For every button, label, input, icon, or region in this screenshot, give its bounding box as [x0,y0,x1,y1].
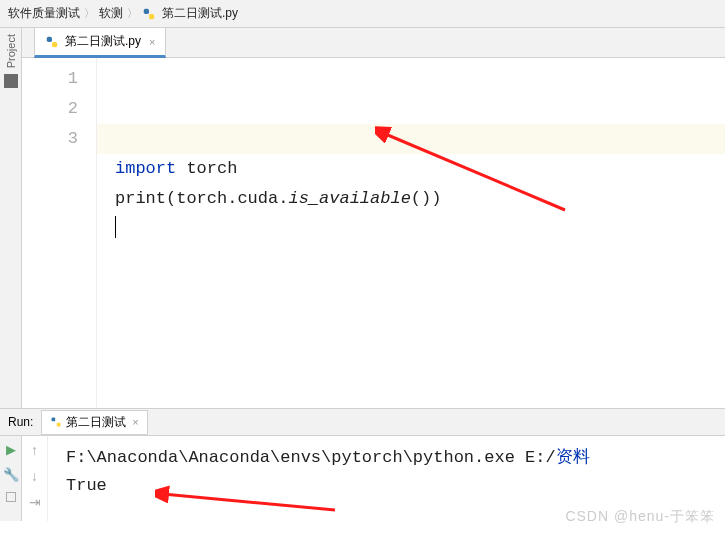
python-file-icon [142,7,156,21]
code-editor[interactable]: 1 2 3 import torchprint(torch.cuda.is_av… [22,58,725,408]
svg-rect-2 [47,36,52,41]
active-line-highlight [97,124,725,154]
wrap-icon[interactable]: ⇥ [29,494,41,510]
breadcrumb: 软件质量测试 〉 软测 〉 第二日测试.py [0,0,725,28]
project-tool-icon[interactable] [4,74,18,88]
svg-rect-3 [52,42,57,47]
python-run-icon [50,416,62,428]
chevron-right-icon: 〉 [127,6,138,21]
play-icon[interactable]: ▶ [6,442,16,457]
editor-tab[interactable]: 第二日测试.py × [34,27,166,58]
editor-tab-label: 第二日测试.py [65,33,141,50]
svg-rect-0 [144,8,149,13]
breadcrumb-root[interactable]: 软件质量测试 [8,5,80,22]
breadcrumb-folder[interactable]: 软测 [99,5,123,22]
python-file-icon [45,35,59,49]
line-number: 1 [22,64,78,94]
chevron-right-icon: 〉 [84,6,95,21]
breadcrumb-file[interactable]: 第二日测试.py [162,5,238,22]
svg-rect-6 [57,423,61,427]
run-config-tab[interactable]: 第二日测试 × [41,410,147,435]
close-icon[interactable]: × [149,36,155,48]
project-tool-label[interactable]: Project [5,34,17,68]
line-number: 3 [22,124,78,154]
run-tab-label: 第二日测试 [66,414,126,431]
close-icon[interactable]: × [132,416,138,428]
wrench-icon[interactable]: 🔧 [3,467,19,482]
text-caret [115,216,116,238]
run-label: Run: [8,415,33,429]
run-panel-header: Run: 第二日测试 × [0,408,725,436]
arrow-up-icon[interactable]: ↑ [31,442,38,458]
stop-icon[interactable] [6,492,16,502]
sidebar: Project [0,28,22,408]
svg-rect-5 [52,418,56,422]
arrow-down-icon[interactable]: ↓ [31,468,38,484]
console-output[interactable]: F:\Anaconda\Anaconda\envs\pytorch\python… [48,436,725,521]
editor-tabs: 第二日测试.py × [22,28,725,58]
run-toolbar-nav: ↑ ↓ ⇥ [22,436,48,521]
svg-rect-1 [149,14,154,19]
line-gutter: 1 2 3 [22,58,97,408]
line-number: 2 [22,94,78,124]
code-content[interactable]: import torchprint(torch.cuda.is_availabl… [115,154,725,244]
run-toolbar-left: ▶ 🔧 [0,436,22,521]
